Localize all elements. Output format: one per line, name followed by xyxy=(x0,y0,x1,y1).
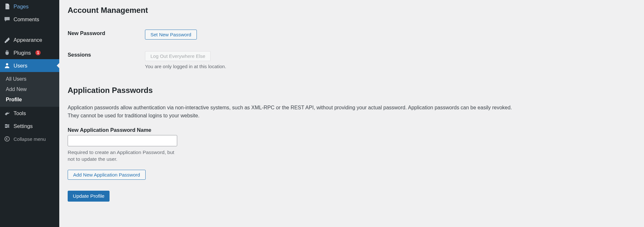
collapse-label: Collapse menu xyxy=(14,136,46,142)
app-password-name-label: New Application Password Name xyxy=(68,127,636,133)
menu-separator xyxy=(0,26,59,33)
svg-point-7 xyxy=(7,125,9,127)
submenu-item-add-new[interactable]: Add New xyxy=(0,84,59,95)
admin-sidebar: Pages Comments Appearance Plugins 1 User… xyxy=(0,0,59,227)
application-passwords-description: Application passwords allow authenticati… xyxy=(68,104,519,120)
account-management-section: Account Management New Password Set New … xyxy=(68,6,636,75)
collapse-icon xyxy=(4,136,10,142)
set-new-password-button[interactable]: Set New Password xyxy=(145,30,197,40)
update-profile-button[interactable]: Update Profile xyxy=(68,191,110,202)
submenu-item-profile[interactable]: Profile xyxy=(0,95,59,105)
sessions-description: You are only logged in at this location. xyxy=(145,64,636,69)
svg-point-2 xyxy=(6,63,8,66)
sidebar-item-appearance[interactable]: Appearance xyxy=(0,33,59,46)
sidebar-item-users[interactable]: Users xyxy=(0,59,59,72)
application-passwords-section: Application Passwords Application passwo… xyxy=(68,86,636,180)
svg-rect-1 xyxy=(6,4,9,9)
plugins-icon xyxy=(4,50,10,56)
tools-icon xyxy=(4,110,10,116)
account-management-heading: Account Management xyxy=(68,6,636,15)
submenu-item-all-users[interactable]: All Users xyxy=(0,74,59,84)
sidebar-item-label: Appearance xyxy=(14,37,42,43)
sidebar-item-label: Tools xyxy=(14,110,26,116)
sidebar-item-pages[interactable]: Pages xyxy=(0,0,59,13)
sidebar-item-plugins[interactable]: Plugins 1 xyxy=(0,46,59,59)
svg-point-6 xyxy=(5,124,7,125)
sidebar-item-comments[interactable]: Comments xyxy=(0,13,59,26)
sidebar-item-label: Settings xyxy=(14,123,33,129)
update-count-badge: 1 xyxy=(35,50,41,55)
logout-everywhere-button[interactable]: Log Out Everywhere Else xyxy=(145,51,211,61)
comments-icon xyxy=(4,16,10,23)
svg-point-9 xyxy=(5,137,9,141)
application-passwords-heading: Application Passwords xyxy=(68,86,636,95)
sidebar-item-label: Plugins xyxy=(14,50,31,56)
sidebar-item-label: Users xyxy=(14,63,27,69)
app-password-name-help: Required to create an Application Passwo… xyxy=(68,149,177,163)
sessions-label: Sessions xyxy=(68,45,145,75)
main-content: Account Management New Password Set New … xyxy=(59,0,644,227)
users-icon xyxy=(4,62,10,69)
new-password-label: New Password xyxy=(68,24,145,45)
sidebar-submenu-users: All Users Add New Profile xyxy=(0,72,59,107)
settings-icon xyxy=(4,123,10,129)
sidebar-item-tools[interactable]: Tools xyxy=(0,107,59,120)
appearance-icon xyxy=(4,37,10,43)
sidebar-item-label: Pages xyxy=(14,4,29,10)
app-password-name-input[interactable] xyxy=(68,135,177,146)
page-icon xyxy=(4,3,10,10)
collapse-menu-button[interactable]: Collapse menu xyxy=(0,132,59,145)
sidebar-item-label: Comments xyxy=(14,16,39,23)
add-application-password-button[interactable]: Add New Application Password xyxy=(68,170,146,180)
svg-point-8 xyxy=(5,127,7,128)
sidebar-item-settings[interactable]: Settings xyxy=(0,120,59,132)
